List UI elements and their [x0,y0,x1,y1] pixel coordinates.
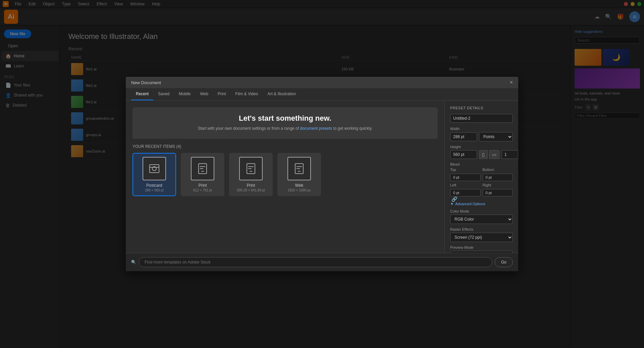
link-chain-icon[interactable]: 🔗 [451,196,457,202]
recent-items-label: YOUR RECENT ITEMS (4) [132,144,438,149]
tab-saved[interactable]: Saved [153,88,174,100]
preset-name-web: Web [281,183,317,188]
preset-name-postcard: Postcard [137,183,172,188]
chevron-down-icon: ▼ [450,202,454,206]
bleed-top-label: Top [450,168,481,172]
preset-name-print1: Print [185,183,220,188]
preset-card-print2[interactable]: Print 595.28 × 841.89 pt [229,153,273,196]
bleed-left-label: Left [450,183,481,187]
preset-card-postcard[interactable]: Postcard 288 × 560 pt [132,153,176,196]
modal-header: New Document × [126,77,518,88]
tab-art-illustration[interactable]: Art & Illustration [263,88,301,100]
modal-heading: Let's start something new. [139,114,431,123]
height-row: ▯ ▭ [450,150,513,159]
search-bar-icon: 🔍 [131,260,136,265]
svg-rect-0 [150,165,159,173]
bleed-right-input[interactable] [483,189,513,196]
width-label: Width [450,127,513,131]
modal-main: Let's start something new. Start with yo… [126,101,444,253]
height-input[interactable] [450,150,477,159]
document-presets-link[interactable]: document presets [300,126,332,131]
preset-details-title: PRESET DETAILS [450,106,513,110]
bleed-top-field: Top [450,168,481,181]
preset-name-input[interactable] [450,114,513,123]
preset-grid: Postcard 288 × 560 pt Print 612 × 792 pt… [132,153,438,196]
advanced-options-toggle[interactable]: ▼ Advanced Options [450,202,513,206]
modal-body: Let's start something new. Start with yo… [126,101,518,253]
advanced-label: Advanced Options [455,202,485,206]
preset-size-print1: 612 × 792 pt [185,188,220,192]
tab-film-video[interactable]: Film & Video [231,88,263,100]
bleed-bottom-label: Bottom [483,168,513,172]
bleed-top-input[interactable] [450,174,481,181]
modal-header-close-btn[interactable]: × [510,79,513,85]
height-label: Height [450,145,513,149]
orientation-buttons: ▯ ▭ [479,150,499,159]
tab-mobile[interactable]: Mobile [174,88,195,100]
landscape-btn[interactable]: ▭ [489,150,499,159]
color-mode-select[interactable]: RGB Color CMYK Color [450,215,513,224]
raster-effects-label: Raster Effects [450,227,513,231]
bleed-bottom-input[interactable] [483,174,513,181]
preset-details-panel: PRESET DETAILS Width Points Pixels Inche… [444,101,518,253]
preset-card-print1[interactable]: Print 612 × 792 pt [181,153,224,196]
raster-effects-select[interactable]: Screen (72 ppi) Medium (150 ppi) High (3… [450,233,513,242]
portrait-btn[interactable]: ▯ [479,150,488,159]
modal-title: New Document [131,80,161,85]
modal-hero: Let's start something new. Start with yo… [132,107,438,139]
preset-icon-web [287,157,311,180]
preset-size-postcard: 288 × 560 pt [137,188,172,192]
bleed-label: Bleed [450,162,513,166]
modal-overlay: New Document × Recent Saved Mobile Web P… [0,0,644,348]
bleed-left-field: Left [450,183,481,196]
preset-icon-print2 [239,157,263,180]
bleed-right-field: Right [483,183,513,196]
preset-icon-postcard [143,157,166,180]
color-mode-label: Color Mode [450,209,513,213]
preset-size-print2: 595.28 × 841.89 pt [233,188,269,192]
modal-search-bar: 🔍 Go [126,253,518,271]
new-document-modal: New Document × Recent Saved Mobile Web P… [126,77,518,271]
preset-icon-print1 [191,157,214,180]
tab-web[interactable]: Web [195,88,213,100]
go-button[interactable]: Go [495,257,513,267]
preview-mode-label: Preview Mode [450,245,513,249]
preset-name-print2: Print [233,183,269,188]
preset-size-web: 1920 × 1080 px [281,188,317,192]
stock-search-input[interactable] [139,257,492,267]
bleed-left-input[interactable] [450,189,481,196]
bleed-grid: Top Bottom Left Right [450,168,513,196]
tab-recent[interactable]: Recent [131,88,153,100]
artboards-input[interactable] [501,150,518,159]
width-row: Points Pixels Inches Millimeters [450,132,513,141]
bleed-bottom-field: Bottom [483,168,513,181]
preset-card-web[interactable]: Web 1920 × 1080 px [277,153,321,196]
unit-select[interactable]: Points Pixels Inches Millimeters [479,132,513,141]
modal-subtitle: Start with your own document settings or… [139,126,431,131]
modal-tabs: Recent Saved Mobile Web Print Film & Vid… [126,88,518,101]
tab-print[interactable]: Print [213,88,231,100]
bleed-right-label: Right [483,183,513,187]
width-input[interactable] [450,132,477,141]
